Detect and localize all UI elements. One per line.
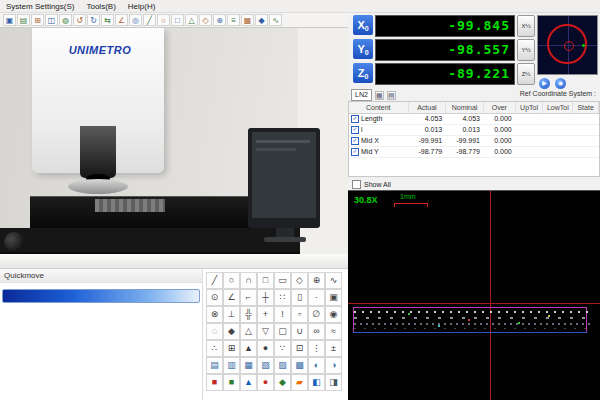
tool-icon[interactable]: ∅ [308, 306, 325, 323]
row-checkbox-icon[interactable]: ✓ [351, 115, 359, 123]
tool-icon[interactable]: ▨ [274, 357, 291, 374]
toolbar-icon[interactable]: ◍ [59, 14, 72, 26]
tool-icon[interactable]: · [308, 289, 325, 306]
tool-icon[interactable]: ∞ [308, 323, 325, 340]
column-header[interactable]: Content [349, 102, 409, 113]
row-checkbox-icon[interactable]: ✓ [351, 148, 359, 156]
program-tab[interactable]: LN2 [351, 89, 372, 101]
tool-icon[interactable]: ⊙ [206, 289, 223, 306]
tool-icon[interactable]: ≈ [325, 323, 342, 340]
toolbar-icon[interactable]: ◎ [129, 14, 142, 26]
column-header[interactable]: Over [484, 102, 516, 113]
tool-icon[interactable]: ⋮ [308, 340, 325, 357]
toolbar-icon[interactable]: ◇ [199, 14, 212, 26]
tool-icon[interactable]: ◨ [325, 374, 342, 391]
tool-icon[interactable]: ∷ [274, 289, 291, 306]
tool-icon[interactable]: ∵ [274, 340, 291, 357]
toolbar-icon[interactable]: ▣ [3, 14, 16, 26]
tool-icon[interactable]: ▢ [274, 323, 291, 340]
table-row[interactable]: ✓l 0.013 0.013 0.000 [349, 125, 599, 136]
tool-icon[interactable]: ◆ [223, 323, 240, 340]
column-header[interactable]: LowTol [543, 102, 573, 113]
column-header[interactable]: State [573, 102, 599, 113]
tool-icon[interactable]: ■ [223, 374, 240, 391]
toolbar-icon[interactable]: ▦ [241, 14, 254, 26]
tool-icon[interactable]: ◆ [274, 374, 291, 391]
tool-icon[interactable]: ◇ [291, 272, 308, 289]
tool-icon[interactable]: ▥ [223, 357, 240, 374]
tool-icon[interactable]: ∿ [325, 272, 342, 289]
toolbar-icon[interactable]: □ [171, 14, 184, 26]
tool-icon[interactable]: ⊕ [308, 272, 325, 289]
tool-icon[interactable]: ▤ [206, 357, 223, 374]
toolbar-icon[interactable]: ⊞ [31, 14, 44, 26]
tool-icon[interactable]: ▲ [240, 374, 257, 391]
tool-icon[interactable]: ▰ [291, 374, 308, 391]
table-row[interactable]: ✓Mid X -99.991 -99.991 0.000 [349, 136, 599, 147]
column-header[interactable]: Nominal [446, 102, 484, 113]
tool-icon[interactable]: ● [257, 340, 274, 357]
tool-icon[interactable]: ! [274, 306, 291, 323]
tool-icon[interactable]: ⊡ [291, 340, 308, 357]
toolbar-icon[interactable]: ◫ [45, 14, 58, 26]
toolbar-icon[interactable]: ◆ [255, 14, 268, 26]
tool-icon[interactable]: ∴ [206, 340, 223, 357]
tool-icon[interactable]: ▩ [291, 357, 308, 374]
graphics-measure-view[interactable]: 30.8X 1mm [348, 190, 600, 400]
tool-icon[interactable]: ▽ [257, 323, 274, 340]
quickmove-speed-slider[interactable] [2, 289, 200, 303]
navigation-view[interactable] [537, 15, 598, 75]
axis-zero-button[interactable]: Z0 [353, 63, 373, 83]
axis-half-button[interactable]: X½ [517, 15, 535, 37]
show-all-option[interactable]: Show All [352, 180, 391, 189]
tool-icon[interactable]: ⌐ [240, 289, 257, 306]
tool-icon[interactable]: □ [257, 272, 274, 289]
tool-icon[interactable]: ┼ [257, 289, 274, 306]
tool-icon[interactable]: ⊞ [223, 340, 240, 357]
toolbar-icon[interactable]: △ [185, 14, 198, 26]
tool-icon[interactable]: ○ [223, 272, 240, 289]
nav-action-button[interactable]: ◉ [555, 78, 566, 89]
toolbar-icon[interactable]: ≡ [227, 14, 240, 26]
tool-icon[interactable]: ◧ [308, 374, 325, 391]
axis-half-button[interactable]: Z½ [517, 63, 535, 85]
tool-icon[interactable]: △ [240, 323, 257, 340]
tool-icon[interactable]: ▲ [240, 340, 257, 357]
table-row[interactable]: ✓Length 4.053 4.053 0.000 [349, 114, 599, 125]
toolbar-icon[interactable]: ○ [157, 14, 170, 26]
tool-icon[interactable]: ◌ [206, 323, 223, 340]
tool-icon[interactable]: ◑ [325, 357, 342, 374]
tool-icon[interactable]: ◐ [308, 357, 325, 374]
toolbar-icon[interactable]: ⊕ [213, 14, 226, 26]
tool-icon[interactable]: ▧ [257, 357, 274, 374]
tool-icon[interactable]: ∩ [240, 272, 257, 289]
show-all-checkbox[interactable] [352, 180, 361, 189]
menu-item[interactable]: System Settings(S) [6, 2, 74, 11]
toolbar-icon[interactable]: ∿ [269, 14, 282, 26]
toolbar-icon[interactable]: ↻ [87, 14, 100, 26]
tool-icon[interactable]: ⊗ [206, 306, 223, 323]
menu-item[interactable]: Help(H) [128, 2, 156, 11]
menu-item[interactable]: Tools(B) [86, 2, 115, 11]
tool-icon[interactable]: ■ [206, 374, 223, 391]
row-checkbox-icon[interactable]: ✓ [351, 137, 359, 145]
tool-icon[interactable]: ▯ [291, 289, 308, 306]
column-header[interactable]: UpTol [516, 102, 544, 113]
toolbar-icon[interactable]: ╱ [143, 14, 156, 26]
tool-icon[interactable]: ∠ [223, 289, 240, 306]
toolbar-icon[interactable]: ↺ [73, 14, 86, 26]
tool-icon[interactable]: ± [325, 340, 342, 357]
tool-icon[interactable]: ▦ [240, 357, 257, 374]
nav-action-button[interactable]: ▶ [539, 78, 550, 89]
tool-icon[interactable]: ● [257, 374, 274, 391]
tool-icon[interactable]: ▫ [291, 306, 308, 323]
toolbar-icon[interactable]: ⇆ [101, 14, 114, 26]
grid-view-icon[interactable]: ▦ [375, 91, 384, 100]
tool-icon[interactable]: ▭ [274, 272, 291, 289]
table-row[interactable]: ✓Mid Y -98.779 -98.779 0.000 [349, 147, 599, 158]
axis-zero-button[interactable]: Y0 [353, 39, 373, 59]
tool-icon[interactable]: ╱ [206, 272, 223, 289]
tool-icon[interactable]: + [257, 306, 274, 323]
axis-zero-button[interactable]: X0 [353, 15, 373, 35]
list-view-icon[interactable]: ▤ [387, 91, 396, 100]
